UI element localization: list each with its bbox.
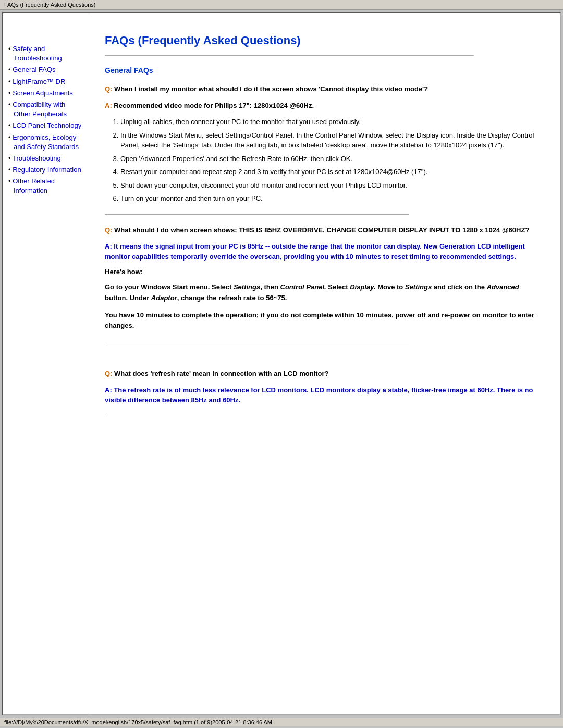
q2-label: Q:	[105, 226, 112, 234]
sidebar-item-lcd-panel[interactable]: LCD Panel Technology	[8, 121, 83, 130]
a2-text: It means the signal input from your PC i…	[105, 242, 525, 261]
sidebar-item-ergonomics[interactable]: Ergonomics, Ecology and Safety Standards	[8, 133, 83, 152]
sidebar-item-other[interactable]: Other Related Information	[8, 177, 83, 195]
sidebar-item-lightframe[interactable]: LightFrame™ DR	[8, 77, 83, 87]
a2-label: A:	[105, 242, 112, 250]
q1-text: When I install my monitor what should I …	[112, 85, 428, 93]
sidebar-link-regulatory[interactable]: Regulatory Information	[13, 166, 81, 174]
page-title: FAQs (Frequently Asked Questions)	[105, 34, 539, 47]
divider-3	[105, 416, 409, 416]
sidebar-link-other[interactable]: Other Related Information	[13, 177, 55, 194]
q1-label: Q:	[105, 85, 112, 93]
sidebar-item-troubleshooting[interactable]: Troubleshooting	[8, 154, 83, 163]
section-title: General FAQs	[105, 66, 539, 75]
sidebar-link-lcd-panel[interactable]: LCD Panel Technology	[13, 121, 81, 129]
divider-2	[105, 342, 409, 342]
a1-text: Recommended video mode for Philips 17": …	[112, 102, 314, 109]
question-3: Q: What does 'refresh rate' mean in conn…	[105, 368, 539, 379]
answer-3: A: The refresh rate is of much less rele…	[105, 385, 539, 405]
q3-label: Q:	[105, 369, 112, 377]
ten-min-text: You have 10 minutes to complete the oper…	[105, 310, 539, 332]
window-titlebar: FAQs (Frequently Asked Questions)	[0, 0, 563, 10]
sidebar-nav: Safety and Troubleshooting General FAQs …	[8, 44, 83, 196]
steps-list: Unplug all cables, then connect your PC …	[120, 117, 539, 204]
main-content: FAQs (Frequently Asked Questions) Genera…	[89, 13, 560, 714]
question-2: Q: What should I do when screen shows: T…	[105, 225, 539, 236]
divider-1	[105, 214, 409, 215]
step-5: Shut down your computer, disconnect your…	[120, 180, 539, 191]
browser-content: Safety and Troubleshooting General FAQs …	[2, 12, 561, 715]
title-divider	[105, 55, 474, 56]
question-1: Q: When I install my monitor what should…	[105, 84, 539, 94]
sidebar-link-compatibility[interactable]: Compatibility with Other Peripherals	[13, 101, 67, 118]
answer-2: A: It means the signal input from your P…	[105, 241, 539, 262]
step-1: Unplug all cables, then connect your PC …	[120, 117, 539, 127]
sidebar-item-compatibility[interactable]: Compatibility with Other Peripherals	[8, 100, 83, 119]
sidebar-link-safety[interactable]: Safety and Troubleshooting	[13, 45, 62, 62]
heres-how: Here's how:	[105, 268, 539, 276]
goto-text: Go to your Windows Start menu. Select Se…	[105, 282, 539, 304]
sidebar-link-screen[interactable]: Screen Adjustments	[13, 89, 73, 97]
status-text: file:///D|/My%20Documents/dfu/X_model/en…	[4, 719, 272, 725]
sidebar: Safety and Troubleshooting General FAQs …	[3, 13, 89, 714]
a1-label: A:	[105, 102, 112, 109]
step-3: Open 'Advanced Properties' and set the R…	[120, 154, 539, 164]
step-4: Restart your computer and repeat step 2 …	[120, 167, 539, 177]
step-2: In the Windows Start Menu, select Settin…	[120, 130, 539, 151]
answer-1: A: Recommended video mode for Philips 17…	[105, 101, 539, 111]
sidebar-item-screen[interactable]: Screen Adjustments	[8, 89, 83, 98]
sidebar-item-safety[interactable]: Safety and Troubleshooting	[8, 44, 83, 63]
sidebar-link-lightframe[interactable]: LightFrame™ DR	[13, 78, 65, 85]
window-title: FAQs (Frequently Asked Questions)	[4, 2, 95, 8]
q2-text: What should I do when screen shows: THIS…	[112, 226, 529, 234]
sidebar-link-general-faqs[interactable]: General FAQs	[13, 66, 55, 73]
sidebar-link-ergonomics[interactable]: Ergonomics, Ecology and Safety Standards	[13, 133, 79, 151]
a3-label: A:	[105, 386, 112, 394]
sidebar-item-regulatory[interactable]: Regulatory Information	[8, 165, 83, 175]
step-6: Turn on your monitor and then turn on yo…	[120, 193, 539, 204]
status-bar: file:///D|/My%20Documents/dfu/X_model/en…	[0, 718, 563, 726]
sidebar-item-general-faqs[interactable]: General FAQs	[8, 65, 83, 75]
q3-text: What does 'refresh rate' mean in connect…	[112, 369, 328, 377]
sidebar-link-troubleshooting[interactable]: Troubleshooting	[13, 154, 61, 162]
a3-text: The refresh rate is of much less relevan…	[105, 386, 533, 404]
